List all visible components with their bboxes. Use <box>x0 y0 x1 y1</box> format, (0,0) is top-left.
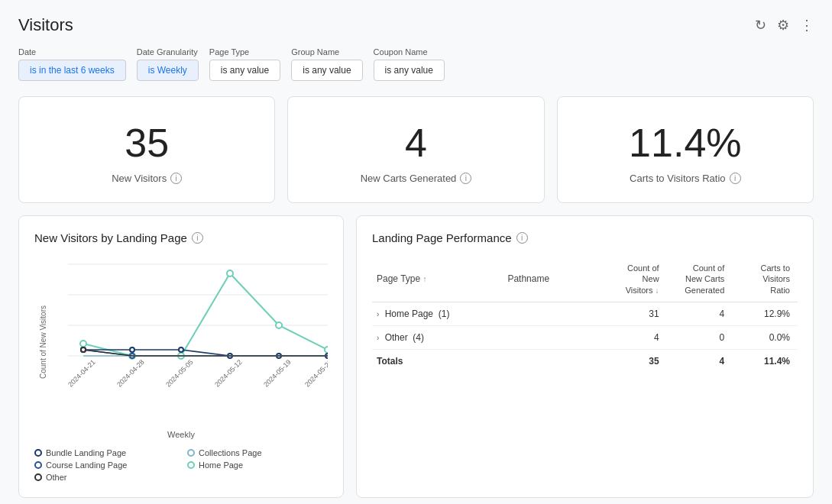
group-name-filter-label: Group Name <box>291 47 362 57</box>
chart-info-icon[interactable]: i <box>192 232 203 244</box>
expand-other-icon[interactable]: › <box>377 334 379 342</box>
chart-card: New Visitors by Landing Page i Count of … <box>18 215 344 498</box>
expand-homepage-icon[interactable]: › <box>377 310 379 318</box>
coupon-name-filter-button[interactable]: is any value <box>374 60 445 81</box>
landing-table-card: Landing Page Performance i Page Type ↑ P… <box>356 215 814 498</box>
col-page-type[interactable]: Page Type ↑ <box>372 257 503 302</box>
svg-point-8 <box>80 341 86 347</box>
more-icon[interactable]: ⋮ <box>800 17 814 34</box>
new-visitors-info-icon[interactable]: i <box>170 173 182 184</box>
legend-dot-bundle <box>34 449 42 457</box>
group-name-filter-group: Group Name is any value <box>291 47 362 81</box>
svg-text:2024-05-05: 2024-05-05 <box>164 358 195 389</box>
col-ratio: Carts to Visitors Ratio <box>732 257 798 302</box>
date-filter-group: Date is in the last 6 weeks <box>18 47 126 81</box>
ratio-label: Carts to Visitors Ratio i <box>630 173 740 184</box>
new-carts-info-icon[interactable]: i <box>460 173 471 184</box>
ratio-card: 11.4% Carts to Visitors Ratio i <box>557 96 814 203</box>
ratio-info-icon[interactable]: i <box>730 173 741 184</box>
page-header: Visitors ↻ ⚙ ⋮ <box>18 15 814 35</box>
granularity-filter-label: Date Granularity <box>137 47 199 57</box>
svg-text:2024-05-26: 2024-05-26 <box>303 358 328 389</box>
legend-item-other: Other <box>34 473 175 482</box>
chart-svg: 15 10 5 0 <box>68 257 328 425</box>
table-info-icon[interactable]: i <box>516 232 528 244</box>
granularity-filter-button[interactable]: is Weekly <box>137 60 199 81</box>
bottom-row: New Visitors by Landing Page i Count of … <box>18 215 814 498</box>
table-header-row: Page Type ↑ Pathname Count of New Visito… <box>372 257 798 302</box>
col-new-visitors[interactable]: Count of New Visitors ↓ <box>601 257 667 302</box>
col-pathname: Pathname <box>503 257 601 302</box>
cell-totals-pathname <box>503 349 601 373</box>
new-visitors-label: New Visitors i <box>112 173 182 184</box>
legend-item-collections: Collections Page <box>187 448 328 457</box>
new-visitors-card: 35 New Visitors i <box>18 96 275 203</box>
svg-point-22 <box>81 347 86 352</box>
totals-row: Totals 35 4 11.4% <box>372 349 798 373</box>
svg-text:2024-04-28: 2024-04-28 <box>115 358 146 389</box>
sort-desc-icon: ↓ <box>656 286 659 295</box>
date-filter-button[interactable]: is in the last 6 weeks <box>18 60 126 81</box>
chart-title: New Visitors by Landing Page i <box>34 231 328 244</box>
legend-dot-collections <box>187 449 195 457</box>
chart-legend: Bundle Landing Page Collections Page Cou… <box>34 448 328 482</box>
chart-y-label: Count of New Visitors <box>39 305 47 379</box>
svg-text:2024-04-21: 2024-04-21 <box>68 358 97 389</box>
svg-point-13 <box>325 347 328 353</box>
cell-totals-visitors: 35 <box>601 349 667 373</box>
new-carts-label: New Carts Generated i <box>361 173 472 184</box>
cell-visitors-homepage: 31 <box>601 302 667 325</box>
cell-carts-other: 0 <box>667 325 733 349</box>
col-new-carts: Count of New Carts Generated <box>667 257 733 302</box>
legend-dot-other <box>34 473 42 481</box>
svg-text:2024-05-12: 2024-05-12 <box>213 358 244 389</box>
cell-visitors-other: 4 <box>601 325 667 349</box>
new-carts-card: 4 New Carts Generated i <box>287 96 544 203</box>
sort-asc-icon: ↑ <box>423 275 427 283</box>
cell-pathname-other <box>503 325 601 349</box>
filters-bar: Date is in the last 6 weeks Date Granula… <box>18 47 814 81</box>
coupon-name-filter-label: Coupon Name <box>374 47 445 57</box>
chart-x-label: Weekly <box>34 430 328 439</box>
header-actions: ↻ ⚙ ⋮ <box>755 17 814 34</box>
group-name-filter-button[interactable]: is any value <box>291 60 362 81</box>
cell-pathname-homepage <box>503 302 601 325</box>
cell-ratio-other: 0.0% <box>732 325 798 349</box>
cell-page-type-homepage: › Home Page (1) <box>372 302 503 325</box>
legend-item-bundle: Bundle Landing Page <box>34 448 175 457</box>
cell-totals-ratio: 11.4% <box>732 349 798 373</box>
refresh-icon[interactable]: ↻ <box>755 17 766 34</box>
cell-page-type-other: › Other (4) <box>372 325 503 349</box>
ratio-value: 11.4% <box>629 121 741 165</box>
page-title: Visitors <box>18 15 73 35</box>
new-visitors-value: 35 <box>125 121 169 165</box>
performance-table: Page Type ↑ Pathname Count of New Visito… <box>372 257 798 373</box>
date-filter-label: Date <box>18 47 126 57</box>
legend-dot-course <box>34 461 42 469</box>
legend-item-homepage: Home Page <box>187 460 328 470</box>
new-carts-value: 4 <box>405 121 427 165</box>
page-type-filter-button[interactable]: is any value <box>209 60 280 81</box>
table-row: › Home Page (1) 31 4 12.9% <box>372 302 798 325</box>
svg-point-15 <box>130 347 134 352</box>
svg-point-11 <box>227 270 233 276</box>
cell-totals-carts: 4 <box>667 349 733 373</box>
cell-totals-label: Totals <box>372 349 503 373</box>
coupon-name-filter-group: Coupon Name is any value <box>374 47 445 81</box>
cell-ratio-homepage: 12.9% <box>732 302 798 325</box>
svg-text:2024-05-19: 2024-05-19 <box>262 358 293 389</box>
page-type-filter-label: Page Type <box>209 47 280 57</box>
granularity-filter-group: Date Granularity is Weekly <box>137 47 199 81</box>
filter-icon[interactable]: ⚙ <box>777 17 789 34</box>
table-row: › Other (4) 4 0 0.0% <box>372 325 798 349</box>
legend-item-course: Course Landing Page <box>34 460 175 470</box>
svg-point-12 <box>276 322 282 328</box>
page-type-filter-group: Page Type is any value <box>209 47 280 81</box>
table-title: Landing Page Performance i <box>372 231 798 244</box>
svg-point-16 <box>179 347 183 352</box>
legend-dot-homepage <box>187 461 195 469</box>
metrics-row: 35 New Visitors i 4 New Carts Generated … <box>18 96 814 203</box>
cell-carts-homepage: 4 <box>667 302 733 325</box>
